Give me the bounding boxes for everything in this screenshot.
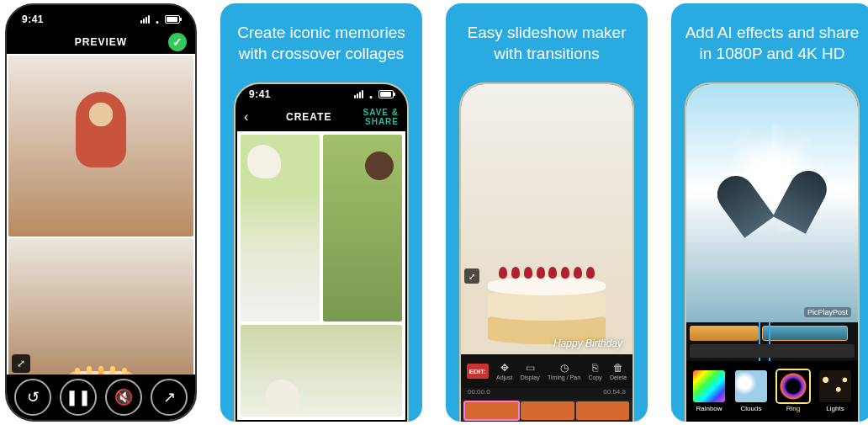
status-bar: 9:41 [7, 5, 195, 30]
collage-cell-selfie[interactable] [323, 135, 402, 321]
phone-frame: 9:41 ‹ CREATE SAVE & SHARE [459, 82, 634, 422]
time-ruler: 00:00.0 00:54.8 [461, 388, 632, 400]
done-check-icon[interactable]: ✓ [168, 33, 187, 51]
tool-timing[interactable]: ◷Timing / Pan [548, 362, 580, 380]
screenshot-effects-card: Add AI effects and share in 1080P and 4K… [671, 3, 868, 422]
card-caption: Easy slideshow maker with transitions [446, 3, 648, 82]
watermark-label: PicPlayPost [804, 307, 851, 317]
effects-timeline[interactable] [686, 322, 858, 361]
fx-track[interactable] [690, 344, 855, 358]
fx-clip-2[interactable] [762, 326, 848, 341]
tool-display[interactable]: ▭Display [521, 362, 540, 380]
mute-button[interactable]: 🔇 [105, 379, 142, 416]
time-start: 00:00.0 [468, 388, 490, 400]
fx-option-rainbow[interactable]: Rainbow [693, 370, 725, 412]
fx-option-clouds[interactable]: Clouds [735, 370, 767, 412]
header-title: CREATE [286, 111, 331, 123]
card-caption: Add AI effects and share in 1080P and 4K… [671, 3, 868, 82]
app-header: ‹ CREATE SAVE & SHARE [236, 104, 407, 130]
fx-option-lights[interactable]: Lights [819, 370, 851, 412]
header-title: PREVIEW [57, 36, 145, 48]
slide-text-overlay[interactable]: Happy Birthday [553, 337, 622, 349]
collage-cell-dog[interactable] [241, 135, 320, 321]
battery-icon [165, 15, 180, 24]
fx-clip-1[interactable] [690, 326, 759, 341]
dynamic-island [71, 12, 131, 29]
screenshot-slideshow-card: Easy slideshow maker with transitions 9:… [446, 3, 648, 422]
screenshot-preview-phone: 9:41 PREVIEW ✓ ⤢ ↺ ❚❚ 🔇 ↗ [5, 3, 197, 422]
save-share-button[interactable]: SAVE & SHARE [331, 108, 399, 126]
fx-option-ring[interactable]: Ring [777, 370, 809, 412]
slide-canvas[interactable]: Happy Birthday ⤢ [461, 84, 632, 354]
time-end: 00:54.8 [603, 388, 626, 400]
cake-photo [488, 243, 606, 344]
signal-icon [354, 90, 363, 98]
wifi-icon [152, 15, 162, 24]
clip-timeline[interactable] [461, 400, 632, 422]
status-time: 9:41 [22, 13, 44, 25]
playback-controls: ↺ ❚❚ 🔇 ↗ [7, 375, 195, 420]
timeline-clip-2[interactable] [521, 401, 574, 420]
phone-frame: 9:41 EFFECTS ✓ PicPlayPost [685, 82, 860, 422]
tool-delete[interactable]: 🗑Delete [610, 362, 627, 380]
preview-canvas [7, 54, 195, 420]
pause-button[interactable]: ❚❚ [60, 379, 97, 416]
status-icons [354, 90, 394, 98]
timeline-clip-3[interactable] [576, 401, 629, 420]
share-button[interactable]: ↗ [151, 379, 188, 416]
tool-edit[interactable]: EDIT: [467, 364, 489, 379]
battery-icon [378, 90, 394, 98]
heart-shape [733, 155, 811, 232]
wifi-icon [366, 90, 376, 98]
effects-palette: Rainbow Clouds Ring Lights [686, 361, 858, 422]
signal-icon [140, 15, 150, 24]
collage-cell-park[interactable] [241, 325, 402, 417]
undo-button[interactable]: ↺ [14, 379, 51, 416]
status-time: 9:41 [249, 88, 271, 100]
dynamic-island [295, 89, 347, 104]
app-header: PREVIEW ✓ [7, 30, 195, 54]
tool-adjust[interactable]: ✥Adjust [496, 362, 512, 380]
collage-canvas[interactable] [237, 131, 405, 420]
expand-icon[interactable]: ⤢ [12, 354, 30, 373]
phone-frame: 9:41 ‹ CREATE SAVE & SHARE [234, 82, 409, 422]
screenshot-collage-card: Create iconic memories with crossover co… [220, 3, 422, 422]
edit-toolbar: EDIT: ✥Adjust ▭Display ◷Timing / Pan ⎘Co… [461, 354, 632, 388]
preview-clip-1[interactable] [8, 56, 193, 236]
back-icon[interactable]: ‹ [244, 109, 249, 124]
tool-copy[interactable]: ⎘Copy [588, 362, 601, 380]
effect-preview-canvas[interactable]: PicPlayPost [686, 84, 858, 322]
expand-icon[interactable]: ⤢ [464, 268, 479, 284]
timeline-clip-1[interactable] [464, 401, 519, 420]
status-icons [140, 15, 180, 24]
card-caption: Create iconic memories with crossover co… [220, 3, 422, 82]
status-bar: 9:41 [236, 84, 407, 104]
